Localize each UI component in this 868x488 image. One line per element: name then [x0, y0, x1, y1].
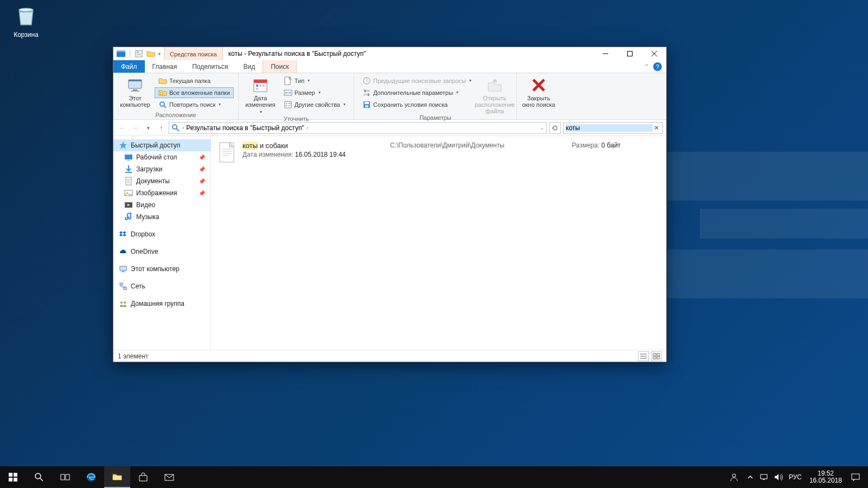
taskbar-mail[interactable]	[156, 466, 182, 488]
nav-back-button[interactable]: ←	[117, 123, 127, 133]
svg-rect-9	[129, 80, 142, 81]
search-input-box[interactable]: ✕	[563, 122, 663, 134]
tray-clock[interactable]: 19:52 16.05.2018	[805, 470, 846, 484]
ribbon-all-subfolders[interactable]: Все вложенные папки	[155, 87, 234, 98]
nav-this-pc[interactable]: Этот компьютер	[113, 263, 210, 275]
svg-point-45	[124, 301, 126, 304]
svg-rect-16	[259, 85, 261, 87]
computer-icon	[119, 265, 127, 273]
svg-rect-34	[127, 160, 130, 160]
taskbar-explorer[interactable]	[104, 466, 130, 488]
close-button[interactable]	[642, 47, 666, 60]
svg-rect-48	[657, 354, 660, 356]
svg-rect-51	[9, 473, 12, 477]
svg-rect-39	[120, 266, 126, 271]
nav-downloads[interactable]: Загрузки📌	[113, 163, 210, 175]
nav-up-button[interactable]: ↑	[156, 123, 167, 133]
tray-language[interactable]: РУС	[786, 473, 805, 481]
titlebar[interactable]: ▾ Средства поиска коты - Результаты поис…	[113, 47, 666, 60]
task-view-button[interactable]	[52, 466, 78, 488]
ribbon-collapse-icon[interactable]: ⌃	[644, 63, 649, 69]
search-input[interactable]	[566, 124, 653, 132]
result-name: коты и собаки	[242, 142, 384, 150]
nav-recent-button[interactable]: ▾	[143, 123, 154, 133]
tab-search[interactable]: Поиск	[263, 60, 297, 73]
view-large-button[interactable]	[651, 351, 662, 361]
svg-rect-57	[66, 474, 69, 480]
minimize-button[interactable]	[593, 47, 617, 60]
result-item[interactable]: коты и собаки Дата изменения: 16.05.2018…	[219, 142, 659, 163]
tray-volume[interactable]	[771, 472, 786, 482]
navigation-pane: Быстрый доступ Рабочий стол📌 Загрузки📌 Д…	[113, 136, 211, 350]
ribbon-this-pc[interactable]: Этот компьютер	[118, 74, 152, 108]
taskbar-store[interactable]	[130, 466, 156, 488]
nav-onedrive[interactable]: OneDrive	[113, 246, 210, 258]
ribbon-advanced[interactable]: Дополнительные параметры ▾	[359, 87, 475, 98]
app-icon	[117, 49, 125, 58]
svg-rect-5	[137, 54, 141, 54]
pin-icon: 📌	[199, 166, 205, 172]
svg-rect-40	[122, 271, 124, 272]
start-button[interactable]	[0, 466, 26, 488]
breadcrumb-dropdown-icon[interactable]: ⌄	[540, 125, 544, 131]
tab-home[interactable]: Главная	[145, 60, 185, 73]
qat-newfolder-icon[interactable]	[146, 49, 155, 58]
svg-rect-62	[761, 474, 767, 479]
view-details-button[interactable]	[638, 351, 649, 361]
tray-network[interactable]	[757, 472, 771, 482]
svg-rect-33	[125, 155, 132, 159]
qat-customize-icon[interactable]: ▾	[158, 52, 161, 56]
ribbon-other-props[interactable]: Другие свойства ▾	[280, 99, 349, 110]
nav-network[interactable]: Сеть	[113, 280, 210, 292]
nav-homegroup[interactable]: Домашняя группа	[113, 298, 210, 310]
svg-rect-64	[852, 474, 859, 479]
results-pane[interactable]: коты и собаки Дата изменения: 16.05.2018…	[211, 136, 666, 350]
nav-music[interactable]: Музыка	[113, 211, 210, 223]
network-icon	[119, 282, 127, 291]
svg-rect-15	[256, 85, 258, 87]
taskbar-edge[interactable]	[78, 466, 104, 488]
tray-people[interactable]	[725, 472, 743, 482]
nav-dropbox[interactable]: Dropbox	[113, 228, 210, 240]
taskbar-search[interactable]	[26, 466, 52, 488]
clear-search-icon[interactable]: ✕	[653, 124, 660, 132]
svg-point-55	[35, 473, 41, 479]
svg-point-0	[19, 8, 33, 11]
ribbon-date-modified[interactable]: Дата изменения▾	[243, 74, 278, 115]
ribbon-save-search[interactable]: Сохранить условия поиска	[359, 99, 475, 110]
tab-view[interactable]: Вид	[235, 60, 263, 73]
help-icon[interactable]: ?	[653, 62, 662, 71]
nav-desktop[interactable]: Рабочий стол📌	[113, 151, 210, 163]
ribbon-current-folder[interactable]: Текущая папка	[155, 75, 234, 86]
ribbon-type[interactable]: Тип ▾	[280, 75, 349, 86]
nav-documents[interactable]: Документы📌	[113, 175, 210, 187]
nav-videos[interactable]: Видео	[113, 199, 210, 211]
nav-quick-access[interactable]: Быстрый доступ	[113, 139, 210, 151]
action-center[interactable]	[846, 472, 865, 482]
svg-rect-53	[9, 478, 12, 481]
nav-pictures[interactable]: Изображения📌	[113, 187, 210, 199]
recent-icon	[362, 76, 371, 85]
tab-file[interactable]: Файл	[113, 60, 145, 73]
refresh-button[interactable]	[549, 122, 561, 134]
status-count: 1 элемент	[118, 352, 149, 360]
download-icon	[124, 165, 133, 174]
svg-rect-52	[14, 473, 17, 477]
svg-rect-17	[263, 85, 265, 87]
search-again-icon	[158, 100, 167, 109]
qat-properties-icon[interactable]	[135, 49, 143, 58]
open-location-icon	[486, 76, 503, 94]
ribbon-search-again[interactable]: Повторить поиск ▾	[155, 99, 234, 110]
svg-rect-18	[256, 88, 258, 90]
ribbon-size[interactable]: Размер ▾	[280, 87, 349, 98]
picture-icon	[124, 189, 133, 197]
maximize-button[interactable]	[617, 47, 642, 60]
breadcrumb[interactable]: › Результаты поиска в "Быстрый доступ" ›…	[169, 122, 547, 134]
size-icon	[284, 88, 292, 97]
nav-forward-button[interactable]: →	[130, 123, 141, 133]
tray-overflow[interactable]	[743, 474, 757, 480]
tab-share[interactable]: Поделиться	[184, 60, 235, 73]
result-path: C:\Пользователи\Дмитрий\Документы	[390, 142, 565, 149]
ribbon-close-search[interactable]: Закрыть окно поиска	[521, 74, 556, 108]
desktop-icon-recycle-bin[interactable]: Корзина	[7, 4, 46, 38]
